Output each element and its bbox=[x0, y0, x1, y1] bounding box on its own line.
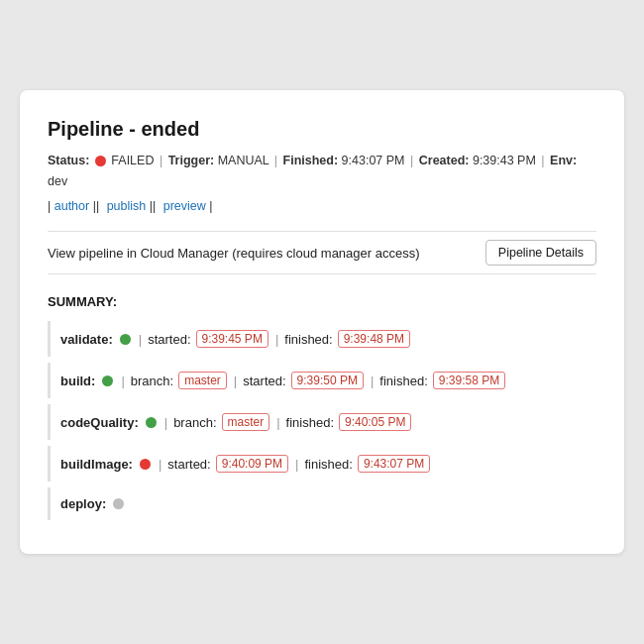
status-label: Status: bbox=[48, 154, 89, 167]
created-label: Created: bbox=[419, 154, 470, 167]
trigger-label: Trigger: bbox=[168, 154, 215, 167]
finished-label: Finished: bbox=[283, 154, 339, 167]
step-name-deploy: deploy: bbox=[60, 496, 106, 511]
step-name-buildimage: buildImage: bbox=[60, 457, 133, 472]
build-started-label: started: bbox=[243, 374, 285, 388]
buildimage-finished-label: finished: bbox=[304, 457, 352, 472]
validate-finished-value: 9:39:48 PM bbox=[338, 330, 410, 348]
codequality-dot bbox=[146, 417, 157, 428]
build-finished-label: finished: bbox=[379, 374, 427, 388]
main-card: Pipeline - ended Status: FAILED | Trigge… bbox=[20, 90, 624, 555]
codequality-finished-label: finished: bbox=[286, 415, 334, 430]
status-dot-red bbox=[95, 156, 106, 166]
created-value: 9:39:43 PM bbox=[473, 154, 536, 167]
step-row-build: build: | branch: master | started: 9:39:… bbox=[48, 363, 596, 398]
env-label: Env: bbox=[550, 154, 577, 167]
trigger-value: MANUAL bbox=[218, 154, 269, 167]
buildimage-finished-value: 9:43:07 PM bbox=[358, 455, 430, 473]
author-link[interactable]: author bbox=[54, 199, 89, 213]
banner-text: View pipeline in Cloud Manager (requires… bbox=[48, 246, 420, 261]
step-name-validate: validate: bbox=[60, 332, 113, 347]
deploy-dot bbox=[113, 498, 124, 509]
validate-finished-label: finished: bbox=[284, 332, 332, 347]
meta-status-line: Status: FAILED | Trigger: MANUAL | Finis… bbox=[48, 151, 596, 193]
finished-value: 9:43:07 PM bbox=[342, 154, 405, 167]
publish-link[interactable]: publish bbox=[107, 199, 147, 213]
env-value: dev bbox=[48, 174, 67, 188]
buildimage-started-value: 9:40:09 PM bbox=[216, 455, 288, 473]
summary-label: SUMMARY: bbox=[48, 294, 596, 309]
validate-started-value: 9:39:45 PM bbox=[196, 330, 268, 348]
step-name-build: build: bbox=[60, 374, 95, 388]
codequality-branch-value: master bbox=[222, 413, 270, 431]
step-row-validate: validate: | started: 9:39:45 PM | finish… bbox=[48, 321, 596, 357]
validate-started-label: started: bbox=[148, 332, 190, 347]
codequality-branch-label: branch: bbox=[173, 415, 216, 430]
pipeline-banner: View pipeline in Cloud Manager (requires… bbox=[48, 231, 596, 274]
build-branch-value: master bbox=[178, 372, 227, 389]
build-dot bbox=[102, 376, 113, 386]
step-row-codequality: codeQuality: | branch: master | finished… bbox=[48, 404, 596, 440]
codequality-finished-value: 9:40:05 PM bbox=[339, 413, 411, 431]
meta-links-line: | author || publish || preview | bbox=[48, 196, 596, 217]
build-branch-label: branch: bbox=[131, 374, 173, 388]
step-name-codequality: codeQuality: bbox=[60, 415, 139, 430]
preview-link[interactable]: preview bbox=[163, 199, 206, 213]
step-row-deploy: deploy: bbox=[48, 487, 596, 520]
page-title: Pipeline - ended bbox=[48, 118, 596, 141]
pipeline-details-button[interactable]: Pipeline Details bbox=[485, 240, 596, 266]
status-value: FAILED bbox=[111, 154, 154, 167]
buildimage-dot bbox=[140, 459, 151, 470]
summary-section: SUMMARY: validate: | started: 9:39:45 PM… bbox=[48, 294, 596, 520]
buildimage-started-label: started: bbox=[167, 457, 210, 472]
build-finished-value: 9:39:58 PM bbox=[433, 372, 505, 389]
build-started-value: 9:39:50 PM bbox=[291, 372, 364, 389]
validate-dot bbox=[120, 334, 131, 345]
step-row-buildimage: buildImage: | started: 9:40:09 PM | fini… bbox=[48, 446, 596, 482]
